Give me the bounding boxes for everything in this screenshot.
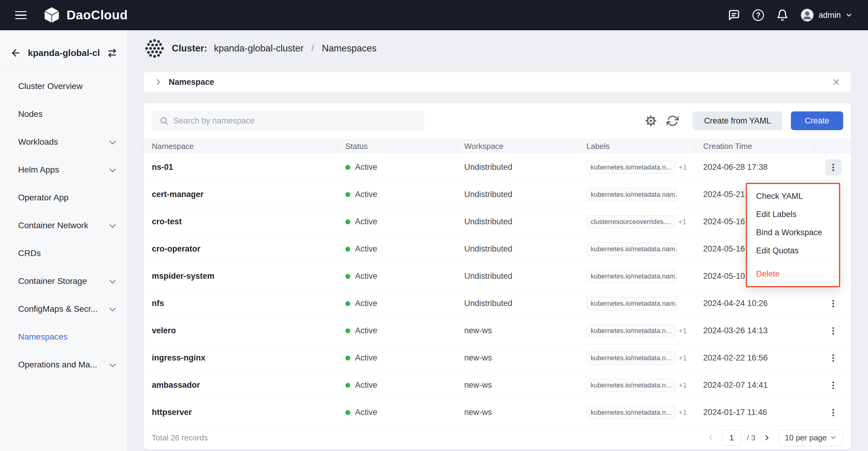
cell-namespace: cro-operator xyxy=(144,244,338,254)
cluster-label: Cluster: xyxy=(172,43,207,54)
chevron-down-icon xyxy=(110,361,116,367)
per-page-select[interactable]: 10 per page xyxy=(778,429,843,446)
breadcrumb-page: Namespaces xyxy=(322,43,376,54)
refresh-icon[interactable] xyxy=(666,114,679,128)
expand-chevron-icon[interactable] xyxy=(154,78,162,86)
create-from-yaml-button[interactable]: Create from YAML xyxy=(692,111,782,130)
context-menu-item-delete[interactable]: Delete xyxy=(747,265,839,283)
label-more-count: +1 xyxy=(679,163,687,172)
help-glyph: ? xyxy=(756,11,761,19)
context-menu-item[interactable]: Edit Quotas xyxy=(747,242,839,260)
sidebar-item-label: Nodes xyxy=(18,109,43,119)
sidebar-item[interactable]: Nodes xyxy=(0,100,127,128)
sidebar-item-label: Helm Apps xyxy=(18,165,59,175)
cell-actions xyxy=(815,404,851,421)
label-chip: kubernetes.io/metadata.n... xyxy=(586,324,676,338)
sidebar-item[interactable]: Helm Apps xyxy=(0,156,127,184)
cell-workspace: Undistributed xyxy=(456,244,579,254)
table-body: ns-01 Active Undistributed kubernetes.io… xyxy=(144,154,851,426)
label-chip: kubernetes.io/metadata.nam... xyxy=(586,297,677,310)
cell-labels: kubernetes.io/metadata.n... +1 xyxy=(579,324,695,338)
cell-namespace: httpserver xyxy=(144,408,338,417)
status-text: Active xyxy=(355,326,377,335)
prev-page-icon[interactable] xyxy=(704,432,716,444)
user-menu[interactable]: admin xyxy=(800,8,853,22)
sidebar-item[interactable]: CRDs xyxy=(0,239,127,267)
cell-creation-time: 2024-04-24 10:26 xyxy=(695,299,815,308)
cell-creation-time: 2024-03-26 14:13 xyxy=(695,326,815,335)
brand-logo[interactable]: DaoCloud xyxy=(42,6,128,25)
close-icon[interactable] xyxy=(832,78,841,87)
avatar-icon xyxy=(800,8,814,22)
context-menu-item[interactable]: Check YAML xyxy=(747,187,839,205)
cell-namespace: nfs xyxy=(144,299,338,308)
chevron-down-icon xyxy=(830,434,837,441)
namespace-info-panel: Namespace xyxy=(144,72,851,92)
cell-workspace: new-ws xyxy=(456,326,579,335)
row-actions-kebab-icon[interactable] xyxy=(825,377,841,394)
status-dot xyxy=(345,192,350,197)
cell-actions xyxy=(815,159,851,175)
daocloud-cube-icon xyxy=(42,6,61,25)
create-button[interactable]: Create xyxy=(791,111,843,130)
cell-namespace: ingress-nginx xyxy=(144,353,338,363)
next-page-icon[interactable] xyxy=(761,432,773,444)
status-text: Active xyxy=(355,380,377,390)
breadcrumb-cluster-name[interactable]: kpanda-global-cluster xyxy=(214,43,303,54)
switch-cluster-icon[interactable] xyxy=(107,48,118,58)
cluster-dots-icon xyxy=(144,38,165,59)
search-input[interactable] xyxy=(173,116,416,125)
cell-workspace: new-ws xyxy=(456,353,579,363)
status-text: Active xyxy=(355,190,377,199)
label-more-count: +1 xyxy=(679,354,687,362)
chevron-down-icon xyxy=(110,138,116,144)
sidebar: kpanda-global-cl... Cluster Overview Nod… xyxy=(0,30,127,451)
status-text: Active xyxy=(355,272,377,281)
cell-creation-time: 2024-02-22 16:56 xyxy=(695,353,815,363)
sidebar-item[interactable]: ConfigMaps & Secr... xyxy=(0,295,127,323)
sidebar-item[interactable]: Namespaces xyxy=(0,323,127,351)
menu-toggle-icon[interactable] xyxy=(15,11,27,19)
context-menu-item[interactable]: Bind a Workspace xyxy=(747,223,839,242)
page-input[interactable]: 1 xyxy=(722,429,741,446)
column-header xyxy=(815,139,851,154)
sidebar-item[interactable]: Cluster Overview xyxy=(0,72,127,100)
table-row: mspider-system Active Undistributed kube… xyxy=(144,263,851,290)
sidebar-item[interactable]: Operator App xyxy=(0,184,127,212)
gear-icon[interactable] xyxy=(644,114,657,128)
help-icon[interactable]: ? xyxy=(752,9,765,22)
cell-namespace: cert-manager xyxy=(144,190,338,199)
row-actions-kebab-icon[interactable] xyxy=(825,295,841,312)
label-chip: clusterresourceoverrides.... xyxy=(586,215,675,228)
search-box xyxy=(152,111,424,130)
label-chip: kubernetes.io/metadata.nam... xyxy=(586,270,677,283)
sidebar-item[interactable]: Container Network xyxy=(0,212,127,239)
sidebar-item[interactable]: Operations and Ma... xyxy=(0,351,127,379)
sidebar-item[interactable]: Container Storage xyxy=(0,267,127,295)
cell-workspace: new-ws xyxy=(456,408,579,417)
status-text: Active xyxy=(355,353,377,363)
app-window: DaoCloud ? xyxy=(0,0,868,451)
status-dot xyxy=(345,301,350,306)
table-row: ambassador Active new-ws kubernetes.io/m… xyxy=(144,372,851,399)
context-menu-item[interactable]: Edit Labels xyxy=(747,205,839,223)
row-actions-kebab-icon[interactable] xyxy=(825,159,841,175)
sidebar-item-label: Operations and Ma... xyxy=(18,360,97,370)
status-text: Active xyxy=(355,244,377,254)
context-menu-items: Check YAML Edit Labels Bind a Workspace … xyxy=(747,187,839,260)
label-more-count: +1 xyxy=(679,327,687,335)
cluster-name-label: kpanda-global-cl... xyxy=(28,48,100,58)
status-text: Active xyxy=(355,163,377,172)
cell-workspace: Undistributed xyxy=(456,217,579,226)
cell-workspace: Undistributed xyxy=(456,272,579,281)
cell-workspace: Undistributed xyxy=(456,190,579,199)
sidebar-item-label: ConfigMaps & Secr... xyxy=(18,304,98,314)
notifications-bell-icon[interactable] xyxy=(776,9,789,22)
back-arrow-icon[interactable] xyxy=(10,48,21,58)
row-actions-kebab-icon[interactable] xyxy=(825,404,841,421)
messages-icon[interactable] xyxy=(728,9,740,22)
row-actions-kebab-icon[interactable] xyxy=(825,323,841,339)
chevron-down-icon xyxy=(110,166,116,172)
sidebar-item[interactable]: Workloads xyxy=(0,128,127,156)
row-actions-kebab-icon[interactable] xyxy=(825,350,841,366)
